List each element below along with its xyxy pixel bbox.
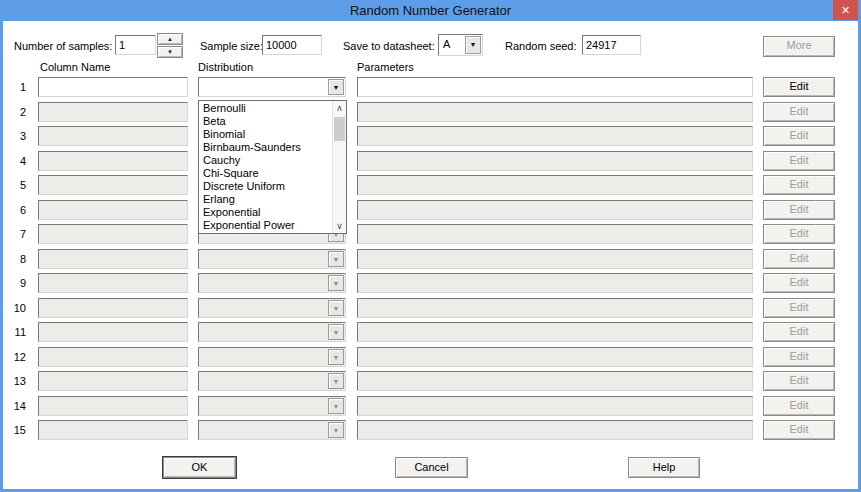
edit-button[interactable]: Edit: [763, 249, 835, 269]
distribution-combo[interactable]: ▼: [198, 249, 346, 269]
column-name-input[interactable]: [38, 126, 188, 146]
distribution-combo[interactable]: ▼: [198, 347, 346, 367]
edit-button[interactable]: Edit: [763, 322, 835, 342]
column-name-input[interactable]: [38, 151, 188, 171]
edit-button[interactable]: Edit: [763, 371, 835, 391]
distribution-combo[interactable]: ▼: [198, 420, 346, 440]
edit-button[interactable]: Edit: [763, 396, 835, 416]
save-to-datasheet-label: Save to datasheet:: [343, 40, 435, 52]
ok-button[interactable]: OK: [163, 457, 236, 478]
dropdown-scrollbar[interactable]: ∧ ∨: [332, 101, 346, 233]
distribution-combo-arrow-button[interactable]: ▼: [328, 251, 344, 267]
spinner-down-icon: ▼: [167, 49, 173, 55]
dropdown-item[interactable]: Cauchy: [199, 154, 331, 167]
distribution-combo[interactable]: ▼: [198, 371, 346, 391]
edit-button[interactable]: Edit: [763, 420, 835, 440]
chevron-down-icon: ▼: [333, 280, 340, 287]
edit-button[interactable]: Edit: [763, 200, 835, 220]
distribution-header: Distribution: [198, 61, 253, 73]
number-of-samples-input[interactable]: [115, 35, 156, 55]
column-name-input[interactable]: [38, 420, 188, 440]
distribution-combo[interactable]: ▼: [198, 322, 346, 342]
cancel-button[interactable]: Cancel: [395, 457, 468, 478]
edit-button[interactable]: Edit: [763, 77, 835, 97]
random-seed-label: Random seed:: [505, 40, 577, 52]
edit-button[interactable]: Edit: [763, 298, 835, 318]
column-name-input[interactable]: [38, 298, 188, 318]
dropdown-item[interactable]: Birnbaum-Saunders: [199, 141, 331, 154]
edit-button[interactable]: Edit: [763, 224, 835, 244]
distribution-combo[interactable]: ▼: [198, 396, 346, 416]
edit-button[interactable]: Edit: [763, 347, 835, 367]
distribution-combo-arrow-button[interactable]: ▼: [328, 79, 344, 95]
edit-button[interactable]: Edit: [763, 151, 835, 171]
sample-size-label: Sample size:: [200, 40, 263, 52]
distribution-combo-arrow-button[interactable]: ▼: [328, 422, 344, 438]
chevron-down-icon: ▼: [333, 329, 340, 336]
spinner-up-button[interactable]: ▲: [157, 33, 183, 45]
sample-size-input[interactable]: [262, 35, 322, 55]
edit-button[interactable]: Edit: [763, 102, 835, 122]
datasheet-combo-arrow-button[interactable]: ▼: [465, 36, 481, 54]
dropdown-item[interactable]: Discrete Uniform: [199, 180, 331, 193]
row-number: 5: [0, 175, 26, 195]
dropdown-item[interactable]: Beta: [199, 115, 331, 128]
column-name-input[interactable]: [38, 371, 188, 391]
column-name-input[interactable]: [38, 347, 188, 367]
datasheet-combo[interactable]: A ▼: [438, 34, 483, 56]
table-row: 1 ▼ Edit: [0, 77, 861, 97]
distribution-combo-arrow-button[interactable]: ▼: [328, 373, 344, 389]
dropdown-item[interactable]: Binomial: [199, 128, 331, 141]
dropdown-item[interactable]: Exponential: [199, 206, 331, 219]
distribution-combo-arrow-button[interactable]: ▼: [328, 349, 344, 365]
column-name-input[interactable]: [38, 322, 188, 342]
dropdown-item[interactable]: Chi-Square: [199, 167, 331, 180]
window-title: Random Number Generator: [0, 0, 861, 21]
column-name-input[interactable]: [38, 273, 188, 293]
row-number: 9: [0, 273, 26, 293]
parameters-header: Parameters: [357, 61, 414, 73]
column-name-input[interactable]: [38, 396, 188, 416]
table-row: 10 ▼ Edit: [0, 298, 861, 318]
distribution-combo-arrow-button[interactable]: ▼: [328, 324, 344, 340]
scroll-down-icon[interactable]: ∨: [333, 219, 346, 233]
distribution-combo[interactable]: ▼: [198, 77, 346, 97]
column-name-input[interactable]: [38, 224, 188, 244]
distribution-combo-arrow-button[interactable]: ▼: [328, 275, 344, 291]
column-name-input[interactable]: [38, 102, 188, 122]
chevron-down-icon: ▼: [333, 256, 340, 263]
dropdown-item[interactable]: Erlang: [199, 193, 331, 206]
distribution-combo-arrow-button[interactable]: ▼: [328, 300, 344, 316]
distribution-combo-arrow-button[interactable]: ▼: [328, 398, 344, 414]
more-button[interactable]: More: [763, 36, 835, 57]
random-seed-input[interactable]: [582, 35, 641, 55]
scrollbar-thumb[interactable]: [334, 117, 345, 141]
chevron-down-icon: ▼: [333, 354, 340, 361]
table-row: 4 ▼ Edit: [0, 151, 861, 171]
parameters-field: [357, 298, 753, 318]
dropdown-items: BernoulliBetaBinomialBirnbaum-SaundersCa…: [199, 101, 331, 233]
column-name-input[interactable]: [38, 175, 188, 195]
row-number: 13: [0, 371, 26, 391]
samples-spinner: ▲ ▼: [157, 33, 183, 59]
column-name-input[interactable]: [38, 77, 188, 97]
dropdown-item[interactable]: Bernoulli: [199, 102, 331, 115]
datasheet-combo-value: A: [443, 38, 450, 50]
edit-button[interactable]: Edit: [763, 175, 835, 195]
edit-button[interactable]: Edit: [763, 273, 835, 293]
close-button[interactable]: ✕: [833, 0, 858, 20]
distribution-combo[interactable]: ▼: [198, 298, 346, 318]
parameters-field: [357, 151, 753, 171]
dropdown-item[interactable]: Exponential Power: [199, 219, 331, 232]
help-button[interactable]: Help: [628, 457, 700, 478]
distribution-combo[interactable]: ▼: [198, 273, 346, 293]
table-row: 7 ▼ Edit: [0, 224, 861, 244]
table-row: 12 ▼ Edit: [0, 347, 861, 367]
column-name-input[interactable]: [38, 200, 188, 220]
spinner-down-button[interactable]: ▼: [157, 46, 183, 58]
column-name-input[interactable]: [38, 249, 188, 269]
table-row: 9 ▼ Edit: [0, 273, 861, 293]
scroll-up-icon[interactable]: ∧: [333, 101, 346, 115]
edit-button[interactable]: Edit: [763, 126, 835, 146]
row-number: 11: [0, 322, 26, 342]
